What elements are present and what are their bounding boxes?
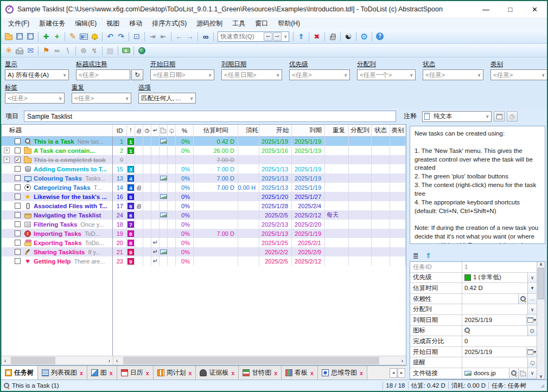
- indent-right-icon[interactable]: ⇥: [147, 31, 158, 42]
- task-row[interactable]: This is a TaskNew tas...110%0.42 D2025/1…: [2, 137, 406, 146]
- task-row[interactable]: Colouring TasksTasks...1340%7.00 D2025/1…: [2, 173, 406, 183]
- tab-close-icon[interactable]: x: [146, 370, 149, 376]
- columns-hscrollbar[interactable]: ‹›: [113, 356, 406, 365]
- folder-icon[interactable]: [518, 368, 527, 378]
- attribute-value[interactable]: 1: [462, 262, 537, 272]
- task-checkbox[interactable]: [15, 240, 21, 246]
- task-row[interactable]: +A Task can contain...210%26.00 D2025/1/…: [2, 146, 406, 155]
- help-icon[interactable]: ?: [374, 31, 385, 42]
- calendar-picker-button[interactable]: ▾: [526, 347, 537, 357]
- lightning-icon[interactable]: ↯: [89, 45, 100, 56]
- col-priority-icon[interactable]: !: [127, 125, 135, 136]
- tab-看板[interactable]: 看板x: [282, 366, 318, 380]
- globe-icon[interactable]: [136, 45, 147, 56]
- menu-item-1[interactable]: 新建任务: [34, 19, 70, 28]
- task-title-cell[interactable]: Categorizing TasksT...: [2, 183, 113, 192]
- refresh-icon[interactable]: ↻: [131, 69, 143, 80]
- col-lock-icon[interactable]: [135, 125, 143, 136]
- magnifier-icon[interactable]: [509, 368, 518, 378]
- task-row[interactable]: Associated Files with T...1760%2025/1/28…: [2, 201, 406, 210]
- menu-item-5[interactable]: 排序方式(S): [147, 19, 192, 28]
- binoculars-icon[interactable]: ∞: [200, 31, 211, 42]
- tab-思维导图[interactable]: 思维导图x: [318, 366, 367, 380]
- col-clock-icon[interactable]: ◷: [143, 125, 151, 136]
- flag-icon[interactable]: ⚑: [41, 45, 52, 56]
- filter-combo[interactable]: <任意一个>∨: [357, 69, 416, 80]
- task-row[interactable]: Navigating the Tasklist2460%2025/2/52025…: [2, 210, 406, 220]
- task-title-cell[interactable]: ★Likewise for the task's ...: [2, 192, 113, 201]
- tab-close-icon[interactable]: x: [80, 370, 83, 376]
- tab-scroll-right-icon[interactable]: ▸: [398, 368, 405, 378]
- task-row[interactable]: !Importing TasksToD...1980%7.00 D2025/1/…: [2, 229, 406, 238]
- col-status[interactable]: 状态: [372, 125, 390, 136]
- task-title-cell[interactable]: Adding Comments to T...: [2, 164, 113, 173]
- filter-combo[interactable]: <任意日期>∨: [221, 69, 282, 80]
- back-arrow-icon[interactable]: ←: [174, 31, 184, 42]
- task-row[interactable]: Exporting TasksToDo...208↵0%2025/1/25202…: [2, 238, 406, 247]
- comments-time-button[interactable]: ◷: [507, 111, 518, 121]
- spin-down-icon[interactable]: ▾: [527, 283, 537, 293]
- tab-周计划[interactable]: 周计划x: [154, 366, 196, 380]
- tab-甘特图[interactable]: 甘特图x: [239, 366, 282, 380]
- minimize-button[interactable]: —: [474, 1, 498, 17]
- scroll-icon[interactable]: ▤: [105, 45, 116, 56]
- task-row[interactable]: ★Likewise for the task's ...1650%2025/1/…: [2, 192, 406, 201]
- redo-icon[interactable]: ↷: [116, 31, 126, 42]
- filter-combo[interactable]: 匹配任何人, ...∨: [138, 93, 196, 104]
- tab-close-icon[interactable]: x: [231, 370, 234, 376]
- tab-证据板[interactable]: 证据板x: [196, 366, 239, 380]
- resize-grip[interactable]: ◢: [540, 383, 544, 388]
- bell-icon[interactable]: [527, 357, 537, 368]
- col-id[interactable]: ID: [113, 125, 127, 136]
- task-title-cell[interactable]: ♥Getting HelpThere are...: [2, 256, 113, 266]
- project-title-input[interactable]: [24, 111, 396, 122]
- attributes-vscrollbar[interactable]: ∧∨: [537, 262, 545, 379]
- alarm-bell-icon[interactable]: [89, 31, 100, 42]
- new-tasklist-icon[interactable]: ✳: [3, 45, 14, 56]
- attribute-value[interactable]: doors.jp: [462, 368, 509, 378]
- print-icon[interactable]: [14, 45, 25, 56]
- col-bell-icon[interactable]: [168, 125, 176, 136]
- filter-combo[interactable]: <任意>∨: [5, 93, 65, 104]
- filter-edit[interactable]: <任意>: [76, 69, 130, 80]
- attribute-value[interactable]: 0.42 D: [462, 283, 527, 293]
- forward-arrow-icon[interactable]: →: [184, 31, 195, 42]
- filter-combo[interactable]: <任意>∨: [423, 69, 483, 80]
- calendar-picker-button[interactable]: ▾: [526, 315, 537, 325]
- task-title-cell[interactable]: +A Task can contain...: [2, 146, 113, 155]
- task-row[interactable]: Categorizing TasksT...1440%7.00 D0.00 H2…: [2, 183, 406, 192]
- col-recur[interactable]: 重复: [325, 125, 349, 136]
- expand-icon[interactable]: +: [4, 147, 10, 153]
- menu-item-4[interactable]: 移动: [124, 19, 147, 28]
- menu-item-9[interactable]: 帮助(H): [273, 19, 305, 28]
- task-row[interactable]: Adding Comments to T...1530%7.00 D2025/1…: [2, 164, 406, 173]
- filter-combo[interactable]: <任意>∨: [490, 69, 547, 80]
- tab-任务树[interactable]: 任务树: [1, 366, 38, 380]
- attribute-value[interactable]: 2025/1/19: [462, 347, 526, 357]
- comments-text[interactable]: New tasks can be created using: 1. The '…: [410, 126, 545, 244]
- menu-item-0[interactable]: 文件(F): [3, 19, 34, 28]
- task-checkbox[interactable]: [15, 230, 21, 236]
- filter-combo[interactable]: <任意>∨: [289, 69, 350, 80]
- maximize-button[interactable]: □: [498, 1, 522, 17]
- new-subtask-icon[interactable]: ✚: [52, 31, 62, 42]
- task-title-cell[interactable]: Filtering TasksOnce y...: [2, 220, 113, 229]
- title-hscrollbar[interactable]: ‹›: [2, 356, 113, 365]
- attribute-value[interactable]: [462, 304, 527, 314]
- chevron-down-icon[interactable]: ∨: [527, 273, 537, 283]
- menu-item-8[interactable]: 窗口: [250, 19, 273, 28]
- attribute-value[interactable]: [462, 357, 527, 368]
- chevron-down-icon[interactable]: ∨: [527, 368, 537, 378]
- next-match-icon[interactable]: ⇨: [273, 33, 282, 41]
- task-checkbox[interactable]: [15, 184, 21, 190]
- task-title-cell[interactable]: Exporting TasksToDo...: [2, 238, 113, 247]
- task-title-cell[interactable]: Colouring TasksTasks...: [2, 173, 113, 183]
- task-title-cell[interactable]: Navigating the Tasklist: [2, 210, 113, 220]
- smiley-icon[interactable]: ☺: [527, 326, 537, 336]
- tab-列表视图[interactable]: 列表视图x: [38, 366, 87, 380]
- expand-view-icon[interactable]: ⊡: [131, 31, 142, 42]
- menu-item-6[interactable]: 源码控制: [192, 19, 227, 28]
- save-all-icon[interactable]: [25, 31, 36, 42]
- task-title-cell[interactable]: This is a TaskNew tas...: [2, 137, 113, 146]
- filter-combo[interactable]: <任意日期>∨: [150, 69, 214, 80]
